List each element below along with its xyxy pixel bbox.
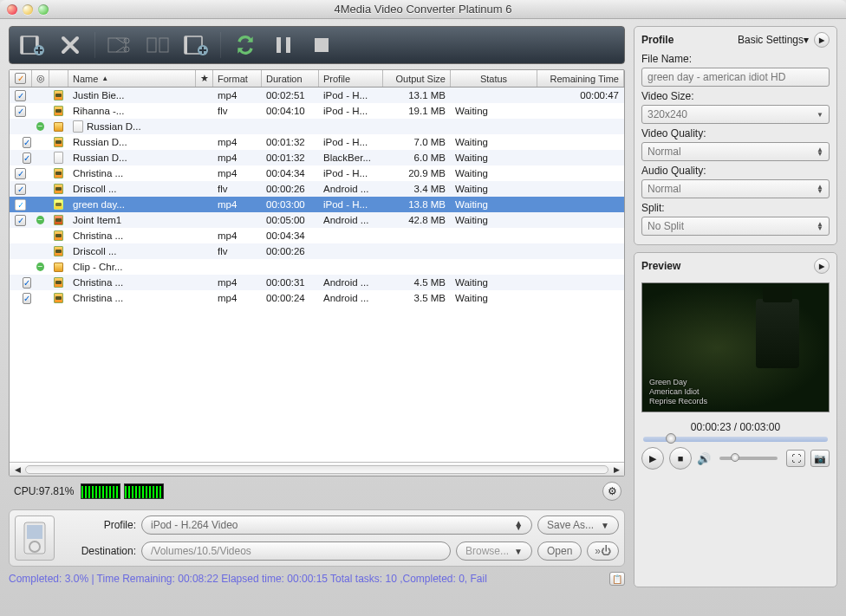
row-format: flv — [213, 106, 262, 116]
table-row[interactable]: ✓Christina ...mp400:00:31Android ...4.5 … — [10, 275, 624, 290]
merge-button[interactable] — [140, 29, 175, 61]
volume-slider[interactable] — [719, 457, 778, 460]
row-name: Christina ... — [68, 293, 196, 303]
row-profile: iPod - H... — [319, 199, 383, 210]
header-star[interactable]: ★ — [196, 70, 213, 87]
snapshot-button[interactable]: 📷 — [810, 450, 830, 467]
add-profile-button[interactable] — [179, 29, 213, 61]
table-row[interactable]: ✓Driscoll ...flv00:00:26Android ...3.4 M… — [10, 181, 624, 197]
header-state-icon[interactable]: ◎ — [32, 70, 49, 87]
file-name-input[interactable]: green day - american idiot HD — [641, 68, 830, 87]
header-check[interactable]: ✓ — [10, 70, 32, 87]
row-duration: 00:02:51 — [262, 90, 319, 101]
stop-preview-button[interactable]: ■ — [669, 447, 692, 470]
row-name: Russian D... — [68, 120, 196, 133]
svg-rect-14 — [315, 38, 329, 52]
seek-slider[interactable] — [643, 437, 828, 442]
row-duration: 00:04:34 — [262, 230, 319, 241]
row-name: Joint Item1 — [68, 215, 196, 225]
row-output-size: 7.0 MB — [383, 137, 451, 147]
pause-button[interactable] — [266, 29, 301, 61]
fit-button[interactable]: ⛶ — [786, 450, 805, 467]
table-row[interactable]: ✓Rihanna -...flv00:04:10iPod - H...19.1 … — [10, 103, 624, 119]
row-duration: 00:00:24 — [262, 293, 319, 303]
row-output-size: 20.9 MB — [383, 168, 451, 178]
row-type-icon — [49, 137, 68, 147]
horizontal-scrollbar[interactable]: ◀ ▶ — [10, 462, 624, 476]
destination-field[interactable]: /Volumes/10.5/Videos — [141, 541, 451, 561]
row-duration: 00:04:10 — [262, 106, 319, 116]
save-as-button[interactable]: Save As...▼ — [537, 515, 619, 535]
header-remaining[interactable]: Remaining Time — [537, 70, 624, 87]
row-checkbox[interactable]: ✓ — [10, 293, 32, 304]
row-checkbox[interactable]: ✓ — [10, 215, 32, 226]
table-row[interactable]: ✓−Joint Item100:05:00Android ...42.8 MBW… — [10, 212, 624, 228]
row-duration: 00:05:00 — [262, 215, 319, 225]
header-duration[interactable]: Duration — [262, 70, 319, 87]
row-type-icon — [49, 90, 68, 101]
header-status[interactable]: Status — [451, 70, 537, 87]
convert-button[interactable] — [228, 29, 263, 61]
row-profile: Android ... — [319, 215, 383, 225]
profile-panel-title: Profile — [641, 34, 674, 46]
open-button[interactable]: Open — [537, 541, 582, 561]
table-row[interactable]: Christina ...mp400:04:34 — [10, 228, 624, 243]
preview-video[interactable]: Green Day American Idiot Reprise Records — [641, 282, 830, 412]
browse-button[interactable]: Browse...▼ — [456, 541, 532, 561]
video-size-select[interactable]: 320x240▼ — [641, 105, 830, 124]
add-file-button[interactable] — [15, 29, 49, 61]
table-row[interactable]: ✓Christina ...mp400:04:34iPod - H...20.9… — [10, 165, 624, 181]
row-checkbox[interactable]: ✓ — [10, 152, 32, 164]
row-checkbox[interactable]: ✓ — [10, 184, 32, 195]
log-button[interactable]: 📋 — [609, 572, 625, 586]
stop-button[interactable] — [304, 29, 339, 61]
table-row[interactable]: ✓green day...mp400:03:00iPod - H...13.8 … — [10, 197, 624, 212]
row-format: mp4 — [213, 168, 262, 178]
cpu-settings-button[interactable]: ⚙ — [602, 482, 621, 501]
row-profile: iPod - H... — [319, 137, 383, 147]
header-profile[interactable]: Profile — [319, 70, 383, 87]
video-quality-select[interactable]: Normal▲▼ — [641, 142, 830, 161]
table-row[interactable]: Driscoll ...flv00:00:26 — [10, 243, 624, 259]
file-list: ✓ ◎ Name▲ ★ Format Duration Profile Outp… — [9, 69, 625, 477]
scroll-right-icon[interactable]: ▶ — [610, 464, 622, 476]
row-checkbox[interactable]: ✓ — [10, 106, 32, 117]
scroll-left-icon[interactable]: ◀ — [11, 464, 23, 476]
row-checkbox[interactable]: ✓ — [10, 277, 32, 289]
row-checkbox[interactable]: ✓ — [10, 168, 32, 179]
row-format: mp4 — [213, 293, 262, 303]
row-profile: Android ... — [319, 184, 383, 194]
row-duration: 00:00:26 — [262, 184, 319, 194]
row-status: Waiting — [451, 293, 537, 303]
row-output-size: 4.5 MB — [383, 277, 451, 288]
table-row[interactable]: ✓Justin Bie...mp400:02:51iPod - H...13.1… — [10, 88, 624, 103]
expand-toggle[interactable]: − — [32, 122, 49, 131]
table-row[interactable]: ✓Russian D...mp400:01:32iPod - H...7.0 M… — [10, 134, 624, 150]
row-checkbox[interactable]: ✓ — [10, 199, 32, 211]
row-checkbox[interactable]: ✓ — [10, 137, 32, 148]
basic-settings-link[interactable]: Basic Settings▾ — [738, 34, 809, 46]
table-row[interactable]: ✓Christina ...mp400:00:24Android ...3.5 … — [10, 290, 624, 306]
play-button[interactable]: ▶ — [641, 447, 664, 470]
table-row[interactable]: ✓Russian D...mp400:01:32BlackBer...6.0 M… — [10, 150, 624, 165]
video-size-label: Video Size: — [641, 90, 830, 102]
header-name[interactable]: Name▲ — [68, 70, 196, 87]
row-checkbox[interactable]: ✓ — [10, 90, 32, 101]
expand-toggle[interactable]: − — [32, 263, 49, 271]
clip-button[interactable] — [102, 29, 137, 61]
preview-expand-button[interactable]: ▶ — [814, 258, 830, 274]
split-select[interactable]: No Split▲▼ — [641, 217, 830, 236]
row-profile: iPod - H... — [319, 90, 383, 101]
expand-toggle[interactable]: − — [32, 216, 49, 224]
table-row[interactable]: −Clip - Chr... — [10, 259, 624, 275]
remove-button[interactable] — [53, 29, 88, 61]
audio-quality-select[interactable]: Normal▲▼ — [641, 179, 830, 198]
table-row[interactable]: −Russian D... — [10, 119, 624, 134]
post-action-button[interactable]: »⏻ — [587, 541, 619, 561]
svg-rect-10 — [185, 36, 187, 54]
header-format[interactable]: Format — [213, 70, 262, 87]
advanced-settings-button[interactable]: ▶ — [814, 32, 830, 48]
header-type-icon[interactable] — [49, 70, 68, 87]
profile-select[interactable]: iPod - H.264 Video ▲▼ — [141, 515, 532, 535]
header-output-size[interactable]: Output Size — [383, 70, 451, 87]
